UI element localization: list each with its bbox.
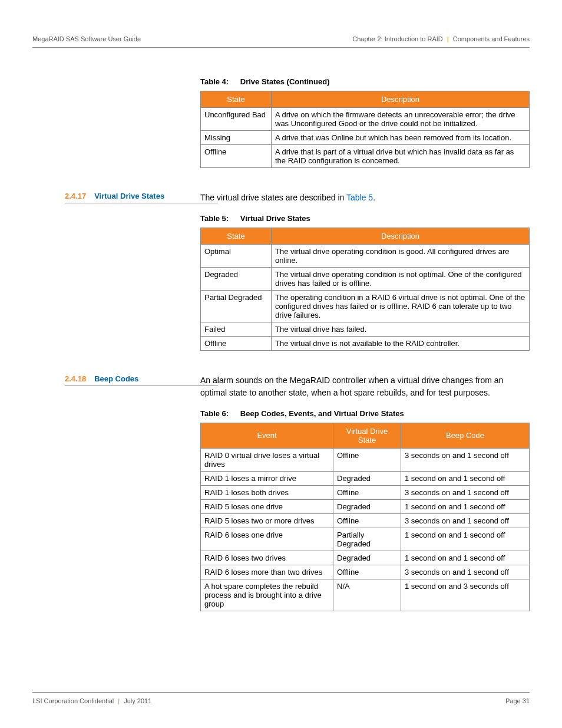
table-row: Partial DegradedThe operating condition … [201, 291, 530, 322]
table-cell: Partial Degraded [201, 291, 272, 322]
table-cell: The operating condition in a RAID 6 virt… [272, 291, 530, 322]
table-cell: Offline [333, 513, 401, 528]
table-cell: N/A [333, 579, 401, 611]
table-row: MissingA drive that was Online but which… [201, 131, 530, 145]
table5-header-state: State [201, 228, 272, 245]
table6: Event Virtual Drive State Beep Code RAID… [200, 423, 530, 611]
table-row: RAID 6 loses two drivesDegraded1 second … [201, 551, 530, 565]
table-cell: A drive on which the firmware detects an… [272, 108, 530, 131]
table-cell: 3 seconds on and 1 second off [401, 513, 530, 528]
table-row: RAID 6 loses more than two drivesOffline… [201, 565, 530, 579]
table-cell: The virtual drive operating condition is… [272, 268, 530, 291]
table-cell: Offline [333, 485, 401, 499]
table-cell: Degraded [333, 551, 401, 565]
table-cell: Unconfigured Bad [201, 108, 272, 131]
running-footer: LSI Corporation Confidential | July 2011… [32, 692, 530, 704]
table5-header-description: Description [272, 228, 530, 245]
table-cell: RAID 1 loses a mirror drive [201, 471, 333, 485]
table-row: OfflineThe virtual drive is not availabl… [201, 337, 530, 351]
table-cell: 3 seconds on and 1 second off [401, 565, 530, 579]
table-cell: Failed [201, 322, 272, 337]
table-cell: RAID 6 loses one drive [201, 528, 333, 551]
table-cell: RAID 1 loses both drives [201, 485, 333, 499]
table-row: OfflineA drive that is part of a virtual… [201, 145, 530, 168]
table-row: RAID 5 loses two or more drivesOffline3 … [201, 513, 530, 528]
table-cell: RAID 0 virtual drive loses a virtual dri… [201, 448, 333, 471]
section-heading-virtual-drive-states: 2.4.17 Virtual Drive States [65, 192, 218, 203]
footer-right: Page 31 [505, 697, 530, 704]
table-cell: RAID 6 loses two drives [201, 551, 333, 565]
table-row: Unconfigured BadA drive on which the fir… [201, 108, 530, 131]
table5: State Description OptimalThe virtual dri… [200, 228, 530, 351]
table-row: FailedThe virtual drive has failed. [201, 322, 530, 337]
table-cell: A hot spare completes the rebuild proces… [201, 579, 333, 611]
table-cell: RAID 5 loses two or more drives [201, 513, 333, 528]
table-cell: 1 second on and 1 second off [401, 551, 530, 565]
table-row: A hot spare completes the rebuild proces… [201, 579, 530, 611]
table-cell: The virtual drive has failed. [272, 322, 530, 337]
table-cell: 1 second on and 1 second off [401, 499, 530, 513]
table-row: RAID 0 virtual drive loses a virtual dri… [201, 448, 530, 471]
table-cell: A drive that is part of a virtual drive … [272, 145, 530, 168]
table-cell: 1 second on and 3 seconds off [401, 579, 530, 611]
table-cell: Offline [201, 145, 272, 168]
table-cell: Degraded [333, 499, 401, 513]
running-header: MegaRAID SAS Software User Guide Chapter… [32, 35, 530, 48]
footer-separator: | [118, 697, 120, 704]
table-cell: The virtual drive operating condition is… [272, 245, 530, 268]
table-cell: Missing [201, 131, 272, 145]
table-row: RAID 5 loses one driveDegraded1 second o… [201, 499, 530, 513]
table-cell: The virtual drive is not available to th… [272, 337, 530, 351]
table-row: RAID 1 loses a mirror driveDegraded1 sec… [201, 471, 530, 485]
table-cell: Degraded [201, 268, 272, 291]
footer-left: LSI Corporation Confidential | July 2011 [32, 697, 151, 704]
sec18-intro: An alarm sounds on the MegaRAID controll… [200, 374, 530, 398]
table5-link[interactable]: Table 5 [346, 193, 373, 202]
table-cell: 3 seconds on and 1 second off [401, 485, 530, 499]
sec17-intro: The virtual drive states are described i… [200, 192, 530, 203]
header-left: MegaRAID SAS Software User Guide [32, 35, 141, 42]
table6-caption: Table 6: Beep Codes, Events, and Virtual… [200, 409, 530, 418]
table-row: DegradedThe virtual drive operating cond… [201, 268, 530, 291]
table-cell: 1 second on and 1 second off [401, 471, 530, 485]
table4-caption: Table 4: Drive States (Continued) [200, 77, 530, 86]
table4-header-state: State [201, 91, 272, 108]
table-cell: RAID 6 loses more than two drives [201, 565, 333, 579]
table-cell: Optimal [201, 245, 272, 268]
table-row: OptimalThe virtual drive operating condi… [201, 245, 530, 268]
table5-caption: Table 5: Virtual Drive States [200, 214, 530, 223]
table-cell: Partially Degraded [333, 528, 401, 551]
header-separator: | [447, 35, 449, 42]
table6-header-event: Event [201, 423, 333, 448]
table-cell: 3 seconds on and 1 second off [401, 448, 530, 471]
table-cell: Offline [201, 337, 272, 351]
table-cell: RAID 5 loses one drive [201, 499, 333, 513]
table4-header-description: Description [272, 91, 530, 108]
table-row: RAID 1 loses both drivesOffline3 seconds… [201, 485, 530, 499]
table-cell: Degraded [333, 471, 401, 485]
table-cell: Offline [333, 565, 401, 579]
table-cell: Offline [333, 448, 401, 471]
table-cell: 1 second on and 1 second off [401, 528, 530, 551]
table-cell: A drive that was Online but which has be… [272, 131, 530, 145]
table-row: RAID 6 loses one drivePartially Degraded… [201, 528, 530, 551]
table6-header-vds: Virtual Drive State [333, 423, 401, 448]
section-heading-beep-codes: 2.4.18 Beep Codes [65, 374, 218, 386]
header-right: Chapter 2: Introduction to RAID | Compon… [352, 35, 530, 42]
table4: State Description Unconfigured BadA driv… [200, 91, 530, 168]
table6-header-beep: Beep Code [401, 423, 530, 448]
